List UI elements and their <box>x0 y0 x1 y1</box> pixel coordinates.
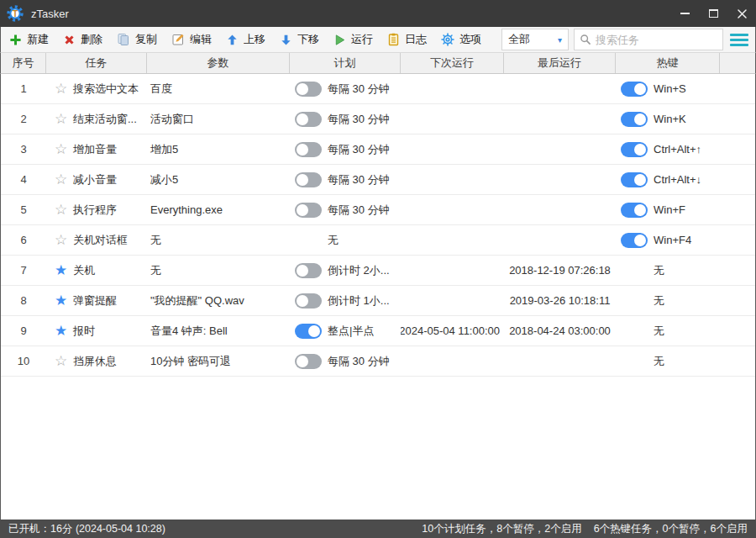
row-number: 5 <box>1 195 46 224</box>
log-icon <box>387 33 400 46</box>
toolbar-button-label: 运行 <box>351 32 373 47</box>
hotkey-toggle[interactable] <box>621 203 648 218</box>
schedule-toggle[interactable] <box>295 142 322 157</box>
schedule-text: 每隔 30 分钟 <box>328 354 390 369</box>
schedule-text: 每隔 30 分钟 <box>328 203 390 218</box>
search-input[interactable] <box>596 34 717 46</box>
schedule-toggle[interactable] <box>295 324 322 339</box>
row-number: 9 <box>1 316 46 345</box>
task-params: 百度 <box>147 74 290 103</box>
filter-dropdown[interactable]: 全部 ▾ <box>501 29 569 50</box>
star-icon[interactable]: ☆ <box>53 203 69 217</box>
column-header-last-run[interactable]: 最后运行 <box>504 53 616 73</box>
delete-icon <box>63 34 76 46</box>
plan-task-stats: 10个计划任务，8个暂停，2个启用 <box>422 522 581 536</box>
edit-task-button[interactable]: 编辑 <box>171 32 212 47</box>
maximize-button[interactable] <box>699 0 727 27</box>
hotkey-toggle[interactable] <box>621 112 648 127</box>
row-spacer <box>720 225 755 255</box>
column-header-hotkey[interactable]: 热键 <box>616 53 720 73</box>
column-header-task[interactable]: 任务 <box>46 53 147 73</box>
star-icon[interactable]: ☆ <box>53 172 69 187</box>
last-run-time <box>504 195 616 224</box>
close-button[interactable] <box>727 0 756 27</box>
row-number: 8 <box>1 286 46 315</box>
column-header-no[interactable]: 序号 <box>1 53 46 73</box>
statusbar: 已开机：16分 (2024-05-04 10:28) 10个计划任务，8个暂停，… <box>0 520 756 538</box>
task-name: 结束活动窗... <box>73 112 137 127</box>
options-button[interactable]: 选项 <box>441 32 481 47</box>
close-icon <box>738 9 747 18</box>
row-number: 2 <box>1 104 46 134</box>
minimize-button[interactable] <box>670 0 699 27</box>
new-task-button[interactable]: 新建 <box>9 32 49 47</box>
table-row[interactable]: 9 ★ 报时 音量4 钟声: Bell 整点|半点 2024-05-04 11:… <box>1 316 755 346</box>
toolbar-button-label: 新建 <box>27 32 49 47</box>
star-icon[interactable]: ☆ <box>53 354 69 368</box>
hotkey-toggle[interactable] <box>621 172 648 187</box>
table-row[interactable]: 8 ★ 弹窗提醒 "我的提醒" QQ.wav 倒计时 1小... 2019-03… <box>1 286 755 316</box>
last-run-time: 2018-04-24 03:00:00 <box>504 316 616 345</box>
toolbar-button-label: 编辑 <box>190 32 212 47</box>
star-icon[interactable]: ☆ <box>53 233 69 247</box>
star-icon[interactable]: ★ <box>53 324 69 338</box>
titlebar: T zTasker <box>0 0 756 27</box>
move-down-button[interactable]: 下移 <box>280 32 319 47</box>
hotkey-text: 无 <box>654 293 664 309</box>
table-row[interactable]: 4 ☆ 减小音量 减小5 每隔 30 分钟 Ctrl+Alt+↓ <box>1 165 755 195</box>
star-icon[interactable]: ★ <box>53 293 69 308</box>
schedule-toggle[interactable] <box>295 203 322 218</box>
hotkey-text: Ctrl+Alt+↑ <box>654 143 701 156</box>
schedule-text: 整点|半点 <box>328 324 374 339</box>
schedule-text: 倒计时 2小... <box>328 263 390 278</box>
toolbar-button-label: 上移 <box>244 32 265 47</box>
schedule-toggle[interactable] <box>295 263 322 278</box>
star-icon[interactable]: ☆ <box>53 142 69 156</box>
schedule-toggle[interactable] <box>295 293 322 309</box>
list-view-icon[interactable] <box>730 34 748 46</box>
run-task-button[interactable]: 运行 <box>333 32 373 47</box>
schedule-toggle[interactable] <box>295 82 322 97</box>
copy-task-button[interactable]: 复制 <box>117 32 157 47</box>
next-run-time <box>401 256 504 285</box>
task-params: 无 <box>147 225 290 255</box>
task-params: 10分钟 密码可退 <box>147 346 290 376</box>
table-row[interactable]: 2 ☆ 结束活动窗... 活动窗口 每隔 30 分钟 Win+K <box>1 104 755 134</box>
task-params: 活动窗口 <box>147 104 290 134</box>
move-up-button[interactable]: 上移 <box>226 32 265 47</box>
filter-value: 全部 <box>508 32 530 47</box>
table-row[interactable]: 3 ☆ 增加音量 增加5 每隔 30 分钟 Ctrl+Alt+↑ <box>1 134 755 165</box>
table-row[interactable]: 10 ☆ 挡屏休息 10分钟 密码可退 每隔 30 分钟 无 <box>1 346 755 377</box>
log-button[interactable]: 日志 <box>387 32 427 47</box>
star-icon[interactable]: ★ <box>53 263 69 277</box>
search-icon <box>580 34 591 45</box>
schedule-toggle[interactable] <box>295 112 322 127</box>
table-row[interactable]: 7 ★ 关机 无 倒计时 2小... 2018-12-19 07:26:18 无 <box>1 256 755 286</box>
hotkey-toggle[interactable] <box>621 142 648 157</box>
star-icon[interactable]: ☆ <box>53 82 69 96</box>
table-row[interactable]: 6 ☆ 关机对话框 无 无 Win+F4 <box>1 225 755 256</box>
column-header-schedule[interactable]: 计划 <box>290 53 401 73</box>
row-spacer <box>720 165 755 194</box>
edit-icon <box>171 33 185 46</box>
app-window: T zTasker 新建 删除 <box>0 0 756 538</box>
schedule-text: 倒计时 1小... <box>328 293 390 309</box>
hotkey-toggle[interactable] <box>621 82 648 97</box>
last-run-time: 2018-12-19 07:26:18 <box>504 256 616 285</box>
row-spacer <box>720 286 755 315</box>
table-row[interactable]: 5 ☆ 执行程序 Everything.exe 每隔 30 分钟 Win+F <box>1 195 755 225</box>
star-icon[interactable]: ☆ <box>53 112 69 126</box>
hotkey-text: Ctrl+Alt+↓ <box>654 173 701 186</box>
table-row[interactable]: 1 ☆ 搜索选中文本 百度 每隔 30 分钟 Win+S <box>1 74 755 104</box>
toolbar-button-label: 日志 <box>405 32 427 47</box>
hotkey-toggle[interactable] <box>621 233 648 248</box>
toolbar-button-label: 复制 <box>135 32 157 47</box>
schedule-toggle[interactable] <box>295 354 322 369</box>
next-run-time <box>401 346 504 376</box>
hotkey-task-stats: 6个热键任务，0个暂停，6个启用 <box>594 522 748 536</box>
chevron-down-icon: ▾ <box>558 35 562 45</box>
schedule-toggle[interactable] <box>295 172 322 187</box>
delete-task-button[interactable]: 删除 <box>63 32 102 47</box>
column-header-next-run[interactable]: 下次运行 <box>401 53 504 73</box>
column-header-params[interactable]: 参数 <box>147 53 290 73</box>
